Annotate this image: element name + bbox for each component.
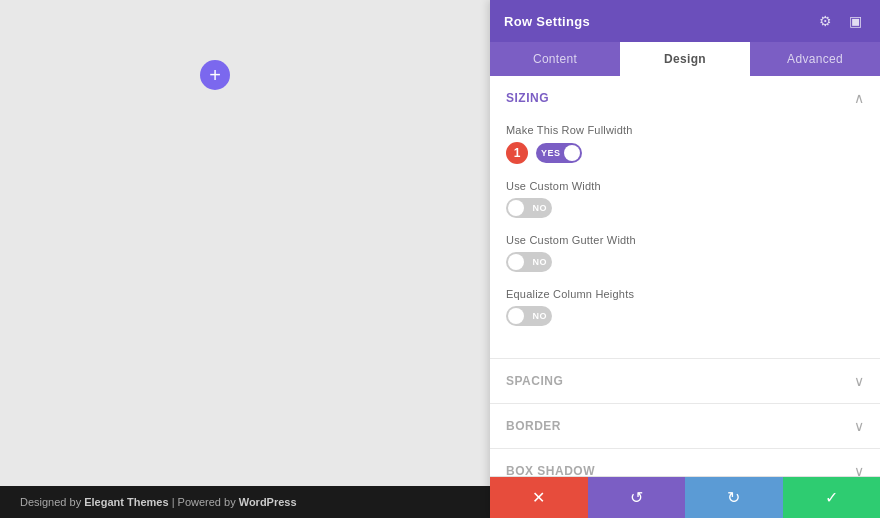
toggle-no-label-4: NO [533,311,548,321]
spacing-expand-icon: ∨ [854,373,864,389]
section-border: Border ∨ [490,404,880,449]
canvas-area: + Designed by Elegant Themes | Powered b… [0,0,490,518]
sizing-collapse-icon: ∧ [854,90,864,106]
plus-icon: + [209,65,221,85]
toggle-knob-2 [508,200,524,216]
undo-icon: ↺ [630,488,643,507]
wordpress-link[interactable]: WordPress [239,496,297,508]
section-spacing-header[interactable]: Spacing ∨ [490,359,880,403]
setting-fullwidth: Make This Row Fullwidth 1 YES NO [506,124,864,164]
toggle-knob-4 [508,308,524,324]
tab-design[interactable]: Design [620,42,750,76]
toggle-no-label-2: NO [533,203,548,213]
tab-content[interactable]: Content [490,42,620,76]
custom-width-toggle[interactable]: YES NO [506,198,552,218]
section-border-header[interactable]: Border ∨ [490,404,880,448]
canvas-content: + [0,0,490,486]
border-expand-icon: ∨ [854,418,864,434]
toggle-no-label-3: NO [533,257,548,267]
equalize-heights-label: Equalize Column Heights [506,288,864,300]
setting-custom-width: Use Custom Width YES NO [506,180,864,218]
setting-equalize-heights: Equalize Column Heights YES NO [506,288,864,326]
section-sizing: Sizing ∧ Make This Row Fullwidth 1 YES N… [490,76,880,359]
footer-separator: | Powered by [172,496,239,508]
section-sizing-title: Sizing [506,91,549,105]
save-button[interactable]: ✓ [783,477,881,518]
custom-gutter-toggle[interactable]: YES NO [506,252,552,272]
panel-footer: ✕ ↺ ↻ ✓ [490,476,880,518]
redo-icon: ↻ [727,488,740,507]
footer-designed-by: Designed by [20,496,81,508]
add-row-button[interactable]: + [200,60,230,90]
custom-width-label: Use Custom Width [506,180,864,192]
columns-icon[interactable]: ▣ [844,10,866,32]
section-sizing-header[interactable]: Sizing ∧ [490,76,880,120]
toggle-yes-label: YES [541,148,561,158]
section-border-title: Border [506,419,561,433]
save-icon: ✓ [825,488,838,507]
toggle-knob [564,145,580,161]
fullwidth-label: Make This Row Fullwidth [506,124,864,136]
panel-tabs: Content Design Advanced [490,42,880,76]
panel-title: Row Settings [504,14,590,29]
canvas-footer: Designed by Elegant Themes | Powered by … [0,486,490,518]
cancel-icon: ✕ [532,488,545,507]
section-box-shadow-header[interactable]: Box Shadow ∨ [490,449,880,476]
box-shadow-expand-icon: ∨ [854,463,864,476]
section-sizing-content: Make This Row Fullwidth 1 YES NO Use Cus… [490,120,880,358]
cancel-button[interactable]: ✕ [490,477,588,518]
section-spacing-title: Spacing [506,374,563,388]
fullwidth-toggle[interactable]: YES NO [536,143,582,163]
elegant-themes-link[interactable]: Elegant Themes [84,496,168,508]
tab-advanced[interactable]: Advanced [750,42,880,76]
equalize-heights-toggle[interactable]: YES NO [506,306,552,326]
panel-body: Sizing ∧ Make This Row Fullwidth 1 YES N… [490,76,880,476]
panel-header: Row Settings ⚙ ▣ [490,0,880,42]
step-badge-1: 1 [506,142,528,164]
panel-header-icons: ⚙ ▣ [814,10,866,32]
settings-icon[interactable]: ⚙ [814,10,836,32]
redo-button[interactable]: ↻ [685,477,783,518]
section-box-shadow-title: Box Shadow [506,464,595,476]
fullwidth-toggle-row: 1 YES NO [506,142,864,164]
row-settings-panel: Row Settings ⚙ ▣ Content Design Advanced… [490,0,880,518]
custom-gutter-label: Use Custom Gutter Width [506,234,864,246]
undo-button[interactable]: ↺ [588,477,686,518]
setting-custom-gutter: Use Custom Gutter Width YES NO [506,234,864,272]
section-spacing: Spacing ∨ [490,359,880,404]
toggle-knob-3 [508,254,524,270]
section-box-shadow: Box Shadow ∨ [490,449,880,476]
